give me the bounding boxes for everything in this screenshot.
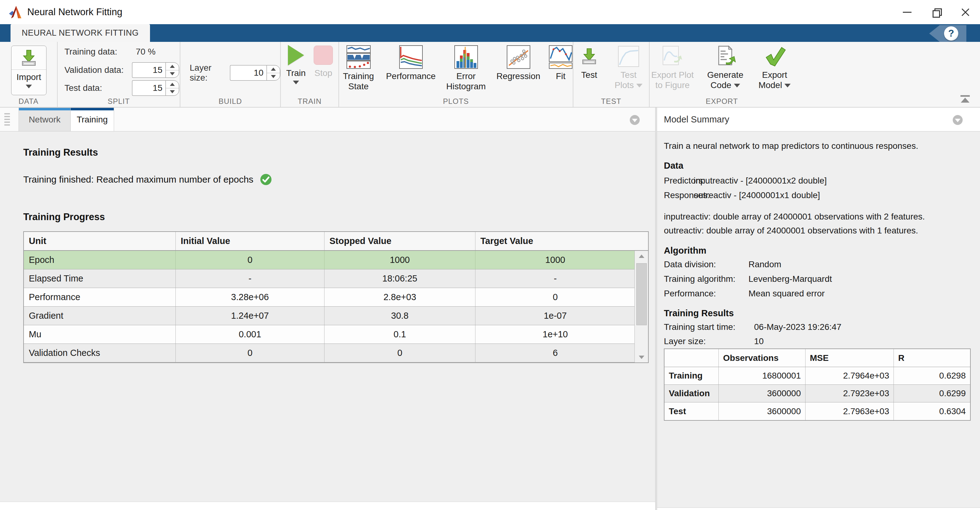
tab-network[interactable]: Network <box>19 108 71 131</box>
table-row-elapsed-time[interactable]: Elapsed Time - 18:06:25 - <box>24 269 648 288</box>
performance-button[interactable]: Performance <box>386 45 436 81</box>
export-model-button[interactable]: Export Model <box>755 45 794 90</box>
export-plot-to-figure-button[interactable]: Export Plot to Figure <box>650 45 695 90</box>
performance-value: Mean squared error <box>748 288 825 298</box>
layer-size-value: 10 <box>754 336 764 346</box>
cell-initial: 3.28e+06 <box>176 288 325 306</box>
error-histogram-button[interactable]: Error Histogram <box>444 45 488 91</box>
train-button-label: Train <box>286 68 306 78</box>
predictors-value: inputreactiv - [24000001x2 double] <box>694 176 827 186</box>
model-summary-panel: Model Summary Train a neural network to … <box>657 108 980 510</box>
export-plot-label: Export Plot to Figure <box>650 70 695 90</box>
tab-training[interactable]: Training <box>71 108 114 131</box>
spin-down-button[interactable] <box>166 70 179 78</box>
restore-button[interactable] <box>922 0 951 24</box>
cell-unit: Mu <box>24 325 176 344</box>
validation-data-input[interactable] <box>132 62 165 78</box>
summary-intro: Train a neural network to map predictors… <box>664 141 918 151</box>
import-button[interactable]: Import <box>11 46 46 95</box>
triangle-down-icon <box>955 119 961 122</box>
chevron-down-icon <box>293 81 299 84</box>
spin-down-button[interactable] <box>267 73 280 81</box>
section-export: Export Plot to Figure Generate <box>650 42 794 107</box>
cell-r: 0.6298 <box>894 367 970 384</box>
cell-observations: 16800001 <box>719 367 805 384</box>
table-row-epoch[interactable]: Epoch 0 1000 1000 <box>24 251 648 269</box>
regression-button[interactable]: Regression <box>496 45 541 81</box>
column-header[interactable]: Initial Value <box>176 232 325 250</box>
column-header[interactable]: Stopped Value <box>325 232 476 250</box>
scroll-down-button[interactable] <box>635 352 648 362</box>
training-state-label: Training State <box>339 71 378 91</box>
responses-note: outreactiv: double array of 24000001 obs… <box>664 226 918 236</box>
matlab-logo-icon <box>9 5 23 19</box>
panel-options-button[interactable] <box>630 115 640 125</box>
minimize-button[interactable] <box>892 0 922 24</box>
help-button[interactable]: ? <box>929 25 966 42</box>
test-plots-button[interactable]: Test Plots <box>610 45 647 90</box>
section-label-train: TRAIN <box>281 97 339 106</box>
spin-up-button[interactable] <box>166 63 179 70</box>
drag-grip-handle[interactable] <box>4 113 10 126</box>
performance-icon <box>399 45 423 69</box>
chevron-down-icon <box>784 84 791 88</box>
stop-button[interactable]: Stop <box>313 44 333 84</box>
panel-options-button[interactable] <box>953 115 963 125</box>
section-label-plots: PLOTS <box>339 97 573 106</box>
test-icon <box>579 45 599 68</box>
column-header[interactable]: Target Value <box>476 232 635 250</box>
table-row-mu[interactable]: Mu 0.001 0.1 1e+10 <box>24 325 648 344</box>
column-header: R <box>894 349 970 367</box>
scroll-up-button[interactable] <box>635 251 648 261</box>
table-row-gradient[interactable]: Gradient 1.24e+07 30.8 1e-07 <box>24 307 648 325</box>
cell-stopped: 30.8 <box>325 307 476 325</box>
cell-name: Validation <box>665 385 719 402</box>
cell-mse: 2.7923e+03 <box>805 385 894 402</box>
cell-unit: Epoch <box>24 251 176 269</box>
tab-stripe <box>19 108 70 110</box>
section-data: Import DATA <box>0 42 58 107</box>
titlebar: Neural Network Fitting <box>0 0 980 24</box>
chevron-down-icon <box>26 84 32 88</box>
triangle-up-icon <box>170 83 175 86</box>
cell-initial: 1.24e+07 <box>176 307 325 325</box>
table-scrollbar[interactable] <box>635 251 648 362</box>
cell-unit: Performance <box>24 288 176 306</box>
training-algorithm-row: Training algorithm: Levenberg-Marquardt <box>664 274 735 284</box>
cell-target: 6 <box>476 344 635 362</box>
tab-neural-network-fitting[interactable]: NEURAL NETWORK FITTING <box>11 24 150 42</box>
train-button[interactable]: Train <box>286 44 306 84</box>
table-row-validation-checks[interactable]: Validation Checks 0 0 6 <box>24 344 648 362</box>
triangle-up-icon <box>271 68 276 71</box>
test-data-input[interactable] <box>132 80 165 96</box>
column-header[interactable]: Unit <box>24 232 176 250</box>
layer-size-input[interactable] <box>230 65 267 81</box>
collapse-ribbon-button[interactable] <box>958 93 972 105</box>
generate-code-button[interactable]: Generate Code <box>705 45 746 90</box>
test-button[interactable]: Test <box>575 45 603 80</box>
close-icon <box>961 8 970 16</box>
model-summary-title: Model Summary <box>657 115 729 124</box>
close-button[interactable] <box>951 0 980 24</box>
fit-button[interactable]: Fit <box>549 45 573 81</box>
regression-label: Regression <box>496 71 541 81</box>
training-algorithm-label: Training algorithm: <box>664 274 735 284</box>
triangle-down-icon <box>170 90 175 93</box>
table-row-performance[interactable]: Performance 3.28e+06 2.8e+03 0 <box>24 288 648 307</box>
cell-stopped: 0.1 <box>325 325 476 344</box>
scrollbar-thumb[interactable] <box>636 263 647 325</box>
stop-button-label: Stop <box>315 68 332 78</box>
training-progress-heading: Training Progress <box>23 212 105 223</box>
cell-name: Test <box>665 402 719 420</box>
spin-up-button[interactable] <box>166 81 179 88</box>
cell-target: - <box>476 269 635 288</box>
training-tab-content: Training Results Training finished: Reac… <box>0 131 655 502</box>
spin-up-button[interactable] <box>267 65 280 73</box>
performance-label: Performance <box>386 71 436 81</box>
cell-stopped: 2.8e+03 <box>325 288 476 306</box>
document-panel: Network Training Training Results Traini… <box>0 108 655 510</box>
spin-down-button[interactable] <box>166 88 179 96</box>
training-state-button[interactable]: Training State <box>339 45 378 91</box>
training-progress-table: Unit Initial Value Stopped Value Target … <box>23 231 649 363</box>
section-label-build: BUILD <box>180 97 280 106</box>
